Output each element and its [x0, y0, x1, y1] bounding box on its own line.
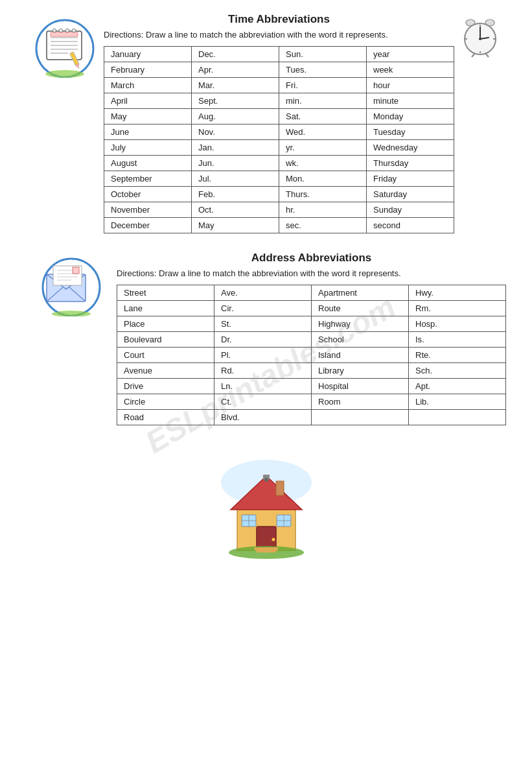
svg-point-14	[45, 70, 84, 78]
table-cell: year	[367, 47, 454, 62]
table-cell: Dr.	[214, 332, 312, 348]
table-cell: Wed.	[279, 124, 367, 140]
table-cell: Ln.	[214, 379, 312, 394]
table-cell: Rd.	[214, 363, 312, 379]
table-cell: Jul.	[192, 171, 279, 187]
table-cell: October	[104, 187, 192, 202]
table-cell: May	[104, 109, 192, 124]
table-cell: Drive	[117, 379, 214, 394]
table-cell: January	[104, 47, 192, 62]
address-section-content: Address Abbreviations Directions: Draw a…	[117, 252, 506, 437]
table-cell: Mar.	[192, 78, 279, 93]
table-cell: Place	[117, 316, 214, 332]
table-cell: December	[104, 218, 192, 233]
table-cell: Jan.	[192, 140, 279, 156]
house-image-container	[26, 456, 506, 560]
svg-line-26	[485, 53, 489, 57]
time-match-table: JanuaryDec.Sun.yearFebruaryApr.Tues.week…	[104, 46, 454, 233]
table-cell: Room	[312, 394, 409, 410]
table-cell: Thurs.	[279, 187, 367, 202]
svg-point-51	[264, 478, 268, 482]
table-cell: St.	[214, 316, 312, 332]
table-cell: Blvd.	[214, 410, 312, 425]
svg-rect-7	[51, 32, 78, 36]
table-cell: March	[104, 78, 192, 93]
table-cell: Island	[312, 348, 409, 363]
table-cell: Rm.	[409, 301, 506, 316]
table-cell: min.	[279, 93, 367, 109]
table-cell: hr.	[279, 202, 367, 218]
svg-point-43	[272, 538, 275, 541]
letter-icon-container	[26, 252, 117, 316]
table-cell: February	[104, 62, 192, 78]
table-cell: September	[104, 171, 192, 187]
table-cell: Lane	[117, 301, 214, 316]
svg-rect-36	[73, 267, 79, 274]
letter-icon	[32, 252, 110, 316]
table-cell: Road	[117, 410, 214, 425]
table-cell: Feb.	[192, 187, 279, 202]
table-cell: School	[312, 332, 409, 348]
table-cell: Aug.	[192, 109, 279, 124]
time-directions: Directions: Draw a line to match the abb…	[104, 30, 454, 40]
table-cell: Fri.	[279, 78, 367, 93]
table-cell: Pl.	[214, 348, 312, 363]
table-cell: Sunday	[367, 202, 454, 218]
table-cell: Sat.	[279, 109, 367, 124]
clock-icon	[457, 13, 503, 58]
table-cell: Sch.	[409, 363, 506, 379]
table-cell: Highway	[312, 316, 409, 332]
table-cell: Apartment	[312, 285, 409, 301]
address-directions: Directions: Draw a line to match the abb…	[117, 268, 506, 278]
table-cell: Hospital	[312, 379, 409, 394]
table-cell: Court	[117, 348, 214, 363]
table-cell: Thursday	[367, 156, 454, 171]
table-cell: Rte.	[409, 348, 506, 363]
table-cell: June	[104, 124, 192, 140]
table-cell: Street	[117, 285, 214, 301]
table-cell: Ct.	[214, 394, 312, 410]
table-cell: Oct.	[192, 202, 279, 218]
table-cell: Boulevard	[117, 332, 214, 348]
table-cell: Library	[312, 363, 409, 379]
table-cell: Sept.	[192, 93, 279, 109]
table-cell: Dec.	[192, 47, 279, 62]
table-cell: Saturday	[367, 187, 454, 202]
table-cell: Lib.	[409, 394, 506, 410]
svg-point-9	[60, 29, 63, 32]
table-cell: wk.	[279, 156, 367, 171]
time-section-title: Time Abbreviations	[104, 13, 454, 26]
table-cell: July	[104, 140, 192, 156]
svg-line-25	[472, 53, 475, 57]
table-cell: Is.	[409, 332, 506, 348]
table-cell: Sun.	[279, 47, 367, 62]
table-cell: November	[104, 202, 192, 218]
svg-point-20	[479, 38, 481, 40]
table-cell: Nov.	[192, 124, 279, 140]
svg-point-8	[53, 29, 56, 32]
table-cell: May	[192, 218, 279, 233]
table-cell: Circle	[117, 394, 214, 410]
table-cell: week	[367, 62, 454, 78]
table-cell: August	[104, 156, 192, 171]
table-cell: Wednesday	[367, 140, 454, 156]
address-match-table: StreetAve.ApartmentHwy.LaneCir.RouteRm.P…	[117, 285, 506, 425]
table-cell: Jun.	[192, 156, 279, 171]
calendar-icon	[32, 13, 97, 78]
address-section-title: Address Abbreviations	[117, 252, 506, 265]
table-cell: Hwy.	[409, 285, 506, 301]
table-cell: Mon.	[279, 171, 367, 187]
table-cell: April	[104, 93, 192, 109]
svg-point-10	[66, 29, 69, 32]
table-cell: Tues.	[279, 62, 367, 78]
table-cell: Apr.	[192, 62, 279, 78]
svg-point-11	[73, 29, 76, 32]
table-cell: Cir.	[214, 301, 312, 316]
table-cell: Tuesday	[367, 124, 454, 140]
house-icon	[214, 456, 318, 560]
svg-rect-54	[257, 550, 276, 552]
table-cell	[312, 410, 409, 425]
table-cell: Monday	[367, 109, 454, 124]
svg-rect-41	[276, 481, 284, 495]
calendar-icon-container	[26, 13, 104, 78]
